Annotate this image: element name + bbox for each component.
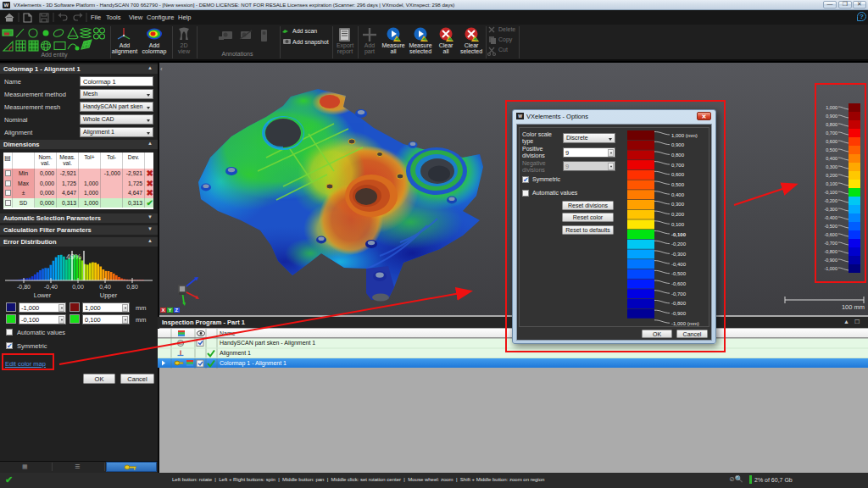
svg-text:-0,40: -0,40	[44, 284, 58, 290]
svg-text:0,40: 0,40	[99, 284, 111, 290]
svg-text:-0,80: -0,80	[17, 284, 31, 290]
svg-text:0,80: 0,80	[126, 284, 138, 290]
svg-text:Add entity: Add entity	[41, 52, 68, 58]
svg-text:49%: 49%	[66, 252, 81, 261]
svg-text:0,00: 0,00	[72, 284, 84, 290]
